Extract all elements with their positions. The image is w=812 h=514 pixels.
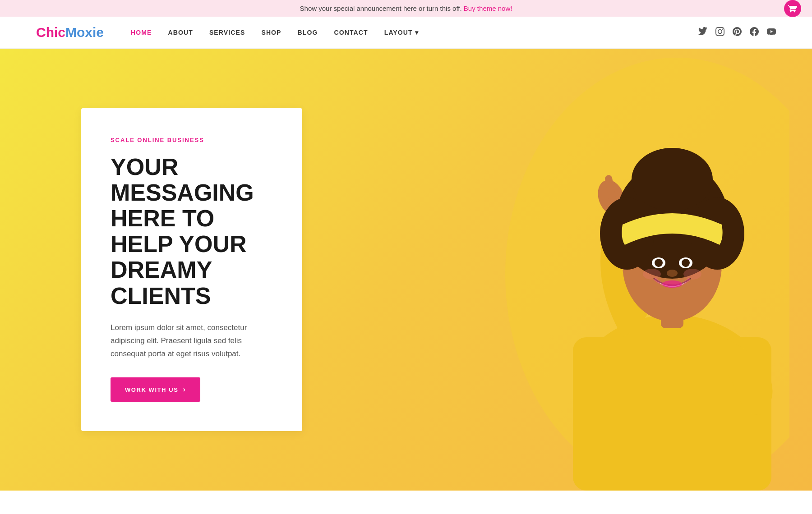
svg-point-18 (662, 280, 682, 288)
youtube-icon (767, 27, 776, 36)
nav-home[interactable]: HOME (131, 29, 152, 36)
announcement-bar: Show your special announcement here or t… (0, 0, 812, 17)
logo[interactable]: ChicMoxie (36, 25, 104, 40)
header: ChicMoxie HOME ABOUT SERVICES SHOP BLOG … (0, 17, 812, 49)
facebook-icon (750, 27, 759, 36)
nav-services[interactable]: SERVICES (209, 29, 245, 36)
nav-shop[interactable]: SHOP (261, 29, 281, 36)
svg-point-15 (667, 270, 678, 277)
main-nav: HOME ABOUT SERVICES SHOP BLOG CONTACT LA… (131, 29, 698, 36)
pinterest-icon (733, 27, 742, 36)
cta-label: WORK WITH US (125, 386, 178, 393)
hero-card: SCALE ONLINE BUSINESS YOUR MESSAGING HER… (81, 108, 302, 431)
cta-arrow: › (183, 386, 186, 394)
instagram-link[interactable] (715, 27, 724, 38)
svg-point-17 (683, 269, 701, 280)
pinterest-link[interactable] (733, 27, 742, 38)
facebook-link[interactable] (750, 27, 759, 38)
nav-blog[interactable]: BLOG (298, 29, 318, 36)
twitter-link[interactable] (698, 27, 707, 38)
cart-icon (788, 4, 797, 13)
hero-image-area (406, 49, 812, 491)
hero-subtitle: SCALE ONLINE BUSINESS (111, 135, 273, 145)
cart-button[interactable] (784, 0, 801, 17)
nav-layout[interactable]: LAYOUT ▾ (384, 29, 419, 36)
work-with-us-button[interactable]: WORK WITH US › (111, 377, 200, 402)
logo-chic: Chic (36, 25, 65, 40)
svg-point-10 (632, 148, 713, 211)
instagram-icon (715, 27, 724, 36)
nav-contact[interactable]: CONTACT (334, 29, 368, 36)
twitter-icon (698, 27, 707, 36)
nav-about[interactable]: ABOUT (168, 29, 193, 36)
hero-heading: YOUR MESSAGING HERE TO HELP YOUR DREAMY … (111, 154, 273, 309)
logo-moxie: Moxie (65, 25, 104, 40)
svg-point-12 (655, 259, 663, 267)
youtube-link[interactable] (767, 27, 776, 38)
announcement-text: Show your special announcement here or t… (300, 5, 464, 12)
svg-point-16 (643, 269, 661, 280)
hero-section: SCALE ONLINE BUSINESS YOUR MESSAGING HER… (0, 49, 812, 491)
social-icons (698, 27, 776, 38)
hero-body: Lorem ipsum dolor sit amet, consectetur … (111, 321, 273, 361)
buy-theme-link[interactable]: Buy theme now! (464, 5, 512, 12)
hero-person-illustration (474, 58, 789, 491)
svg-point-14 (682, 259, 690, 267)
